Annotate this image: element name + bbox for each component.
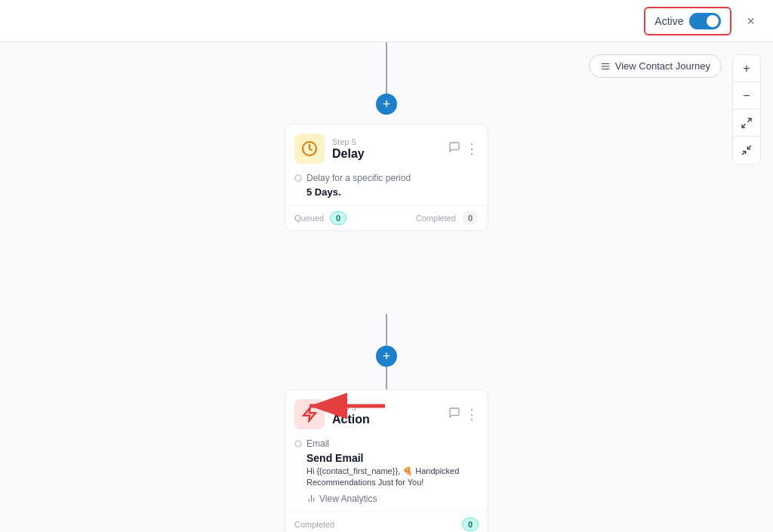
right-toolbar: + − <box>732 54 761 165</box>
delay-action-icons: ⋮ <box>448 140 479 157</box>
delay-icon <box>294 134 325 164</box>
mid-connector <box>386 314 387 350</box>
active-label: Active <box>654 15 683 27</box>
fit-all-icon <box>741 144 753 156</box>
delay-card-footer: Queued 0 Completed 0 <box>285 205 488 230</box>
delay-step-number: Step 5 <box>332 137 441 146</box>
action-card-footer: Completed 0 <box>285 512 488 532</box>
zoom-in-button[interactable]: + <box>733 55 760 82</box>
action-detail-dot <box>294 440 302 447</box>
action-comment-icon[interactable] <box>448 407 460 422</box>
delay-step-card: Step 5 Delay ⋮ Delay for a specific peri… <box>285 124 488 231</box>
fit-all-button[interactable] <box>733 137 760 164</box>
delay-meta: Step 5 Delay <box>332 137 441 161</box>
delay-completed-label: Completed <box>416 214 456 223</box>
svg-line-0 <box>747 118 751 122</box>
clock-icon <box>300 140 319 158</box>
view-journey-label: View Contact Journey <box>615 60 710 72</box>
canvas: View Contact Journey + − + <box>0 42 773 532</box>
email-name: Send Email <box>306 452 479 464</box>
delay-detail-row: Delay for a specific period <box>294 173 479 183</box>
arrow-svg <box>302 391 393 421</box>
active-toggle-container: Active <box>644 7 731 35</box>
fit-width-button[interactable] <box>733 109 760 137</box>
delay-subtext: Delay for a specific period <box>306 173 411 183</box>
top-bar: Active × <box>0 0 773 42</box>
red-arrow <box>302 391 393 424</box>
delay-queued-label: Queued <box>294 214 324 223</box>
delay-card-body: Delay for a specific period 5 Days. <box>285 170 488 205</box>
action-more-icon[interactable]: ⋮ <box>465 406 479 423</box>
plus-icon-mid: + <box>383 349 391 364</box>
delay-completed-value: 0 <box>462 211 479 225</box>
delay-step-name: Delay <box>332 147 441 161</box>
toggle-knob <box>707 15 719 27</box>
top-connector <box>386 42 387 97</box>
action-subtype: Email <box>306 438 329 449</box>
journey-icon <box>600 61 611 72</box>
fit-width-icon <box>741 117 753 129</box>
add-button-top[interactable]: + <box>376 94 397 115</box>
action-detail-row: Email <box>294 438 479 449</box>
action-completed-value: 0 <box>462 518 479 531</box>
view-contact-journey-button[interactable]: View Contact Journey <box>589 54 722 78</box>
action-completed-label: Completed <box>294 520 334 529</box>
svg-line-2 <box>742 151 746 155</box>
action-card-body: Email Send Email Hi {{contact_first_name… <box>285 435 488 512</box>
zoom-out-button[interactable]: − <box>733 82 760 109</box>
analytics-icon <box>306 494 316 503</box>
delay-queued-value: 0 <box>330 211 346 225</box>
close-button[interactable]: × <box>741 11 761 31</box>
action-action-icons: ⋮ <box>448 406 479 423</box>
delay-value: 5 Days. <box>306 186 479 198</box>
detail-dot <box>294 174 302 182</box>
mid-connector-2 <box>386 367 387 389</box>
view-analytics-label: View Analytics <box>319 494 377 504</box>
comment-icon[interactable] <box>448 141 460 156</box>
delay-card-header: Step 5 Delay ⋮ <box>285 125 488 170</box>
add-button-mid[interactable]: + <box>376 346 397 367</box>
plus-icon: + <box>383 97 391 112</box>
email-preview: Hi {{contact_first_name}}, 🍕 Handpicked … <box>306 466 479 489</box>
svg-line-1 <box>742 124 746 128</box>
view-analytics-link[interactable]: View Analytics <box>306 494 479 504</box>
svg-line-3 <box>747 146 751 149</box>
active-toggle[interactable] <box>689 13 721 29</box>
more-icon[interactable]: ⋮ <box>465 140 479 157</box>
